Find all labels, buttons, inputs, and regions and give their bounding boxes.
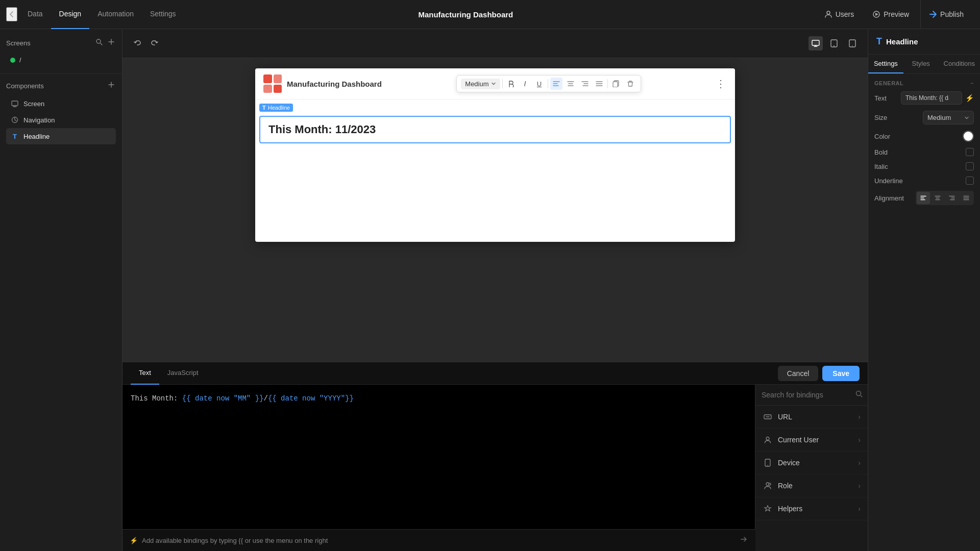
right-panel-body: GENERAL − Text This Month: {{ date... ⚡ …: [868, 74, 980, 551]
redo-button[interactable]: [147, 36, 161, 51]
rp-tab-settings[interactable]: Settings: [868, 55, 903, 73]
publish-button[interactable]: Publish: [920, 0, 972, 29]
search-screens-button[interactable]: [94, 37, 104, 48]
bottom-tab-actions: Cancel Save: [778, 366, 860, 381]
current-user-label: Current User: [778, 436, 819, 444]
align-right-rp-btn[interactable]: [945, 192, 959, 204]
text-value-select[interactable]: This Month: {{ date...: [901, 91, 962, 105]
nav-tab-design[interactable]: Design: [51, 0, 90, 29]
size-prop-label: Size: [874, 114, 887, 121]
navigation-icon: [10, 115, 19, 124]
binding-item-device[interactable]: Device ›: [755, 452, 868, 474]
users-label: Users: [836, 10, 854, 18]
frame-menu-icon[interactable]: ⋮: [716, 78, 727, 90]
headline-badge: T Headline: [259, 104, 293, 112]
size-dropdown-rp[interactable]: Medium: [923, 111, 974, 124]
section-collapse-icon[interactable]: −: [970, 80, 974, 86]
publish-label: Publish: [940, 10, 964, 18]
url-label: URL: [778, 413, 792, 421]
sidebar-item-headline[interactable]: T Headline: [6, 128, 116, 144]
cancel-button[interactable]: Cancel: [778, 366, 819, 381]
align-left-btn[interactable]: [550, 78, 562, 90]
alignment-group: [916, 191, 974, 205]
svg-point-13: [856, 391, 861, 396]
bottom-tab-javascript[interactable]: JavaScript: [159, 362, 207, 385]
main-area: Screens / Components: [0, 29, 980, 551]
add-component-button[interactable]: [107, 80, 116, 91]
svg-rect-4: [12, 101, 18, 106]
bottom-content: This Month: {{ date now "MM" }}/{{ date …: [122, 385, 868, 551]
align-center-btn[interactable]: [565, 78, 577, 90]
svg-point-19: [769, 483, 771, 485]
tablet-view-button[interactable]: [827, 36, 841, 51]
sidebar-item-screen[interactable]: Screen: [6, 95, 116, 112]
add-screen-button[interactable]: [107, 37, 116, 48]
bold-prop-label: Bold: [874, 148, 888, 156]
svg-point-17: [767, 465, 768, 466]
binding-item-current-user[interactable]: Current User ›: [755, 429, 868, 452]
rp-tab-conditions[interactable]: Conditions: [939, 55, 980, 73]
text-lightning-icon[interactable]: ⚡: [965, 94, 974, 102]
size-dropdown[interactable]: Medium: [461, 79, 500, 89]
text-prop-value: This Month: {{ date... ⚡: [901, 91, 974, 105]
headline-badge-label: Headline: [268, 105, 290, 111]
delete-btn[interactable]: [624, 78, 636, 90]
right-panel-title: Headline: [886, 37, 918, 46]
mobile-view-button[interactable]: [845, 36, 860, 51]
italic-checkbox[interactable]: [966, 162, 974, 170]
footer-right-icon[interactable]: [739, 535, 748, 546]
code-template-2: {{ date now "YYYY"}}: [268, 394, 354, 403]
device-icon: [763, 458, 773, 468]
binding-item-url[interactable]: URL ›: [755, 406, 868, 429]
underline-checkbox[interactable]: [966, 177, 974, 185]
back-button[interactable]: [6, 7, 17, 21]
topbar-center: Manufacturing Dashboard: [122, 10, 809, 19]
desktop-view-button[interactable]: [808, 36, 823, 51]
users-button[interactable]: Users: [817, 7, 862, 21]
binding-item-role[interactable]: Role ›: [755, 474, 868, 497]
screen-icon: [10, 99, 19, 108]
alignment-prop-value: [916, 191, 974, 205]
svg-marker-2: [875, 13, 878, 16]
logo-sq-2: [274, 74, 282, 83]
bold-btn[interactable]: [505, 78, 517, 90]
screen-active-dot: [10, 58, 15, 63]
logo-sq-1: [263, 74, 272, 83]
italic-prop-label: Italic: [874, 163, 888, 170]
rp-tab-styles[interactable]: Styles: [903, 55, 939, 73]
bindings-search-input[interactable]: [762, 391, 851, 399]
underline-btn[interactable]: U: [533, 78, 546, 90]
sidebar-navigation-label: Navigation: [23, 116, 55, 124]
bindings-panel: URL › Current User: [755, 385, 868, 551]
bottom-tab-text[interactable]: Text: [131, 362, 159, 385]
svg-point-0: [827, 11, 830, 14]
copy-btn[interactable]: [610, 78, 622, 90]
headline-input[interactable]: This Month: 11/2023: [259, 116, 731, 143]
frame-logo: Manufacturing Dashboard: [263, 74, 382, 93]
align-justify-btn[interactable]: [593, 78, 605, 90]
binding-item-helpers[interactable]: Helpers ›: [755, 497, 868, 520]
preview-button[interactable]: Preview: [865, 7, 916, 21]
sidebar-item-navigation[interactable]: Navigation: [6, 112, 116, 128]
undo-button[interactable]: [131, 36, 145, 51]
size-value: Medium: [465, 80, 488, 88]
screens-actions: [94, 37, 116, 48]
headline-panel-icon: T: [876, 36, 882, 47]
align-center-rp-btn[interactable]: [931, 192, 944, 204]
bold-checkbox[interactable]: [966, 148, 974, 156]
helpers-label: Helpers: [778, 505, 802, 513]
user-icon: [763, 435, 773, 445]
align-left-rp-btn[interactable]: [917, 192, 930, 204]
save-button[interactable]: Save: [822, 366, 860, 381]
nav-tab-data[interactable]: Data: [19, 0, 51, 29]
italic-btn[interactable]: I: [519, 78, 531, 90]
binding-item-helpers-left: Helpers: [763, 504, 802, 514]
align-right-btn[interactable]: [579, 78, 591, 90]
bottom-tabs: Text JavaScript Cancel Save: [122, 362, 868, 385]
text-value-text: This Month: {{ date...: [905, 94, 949, 102]
color-swatch[interactable]: [963, 131, 974, 142]
screens-section-header: Screens: [6, 35, 116, 53]
sidebar-item-screen-root[interactable]: /: [6, 53, 116, 67]
align-justify-rp-btn[interactable]: [960, 192, 973, 204]
code-editor[interactable]: This Month: {{ date now "MM" }}/{{ date …: [122, 385, 755, 529]
